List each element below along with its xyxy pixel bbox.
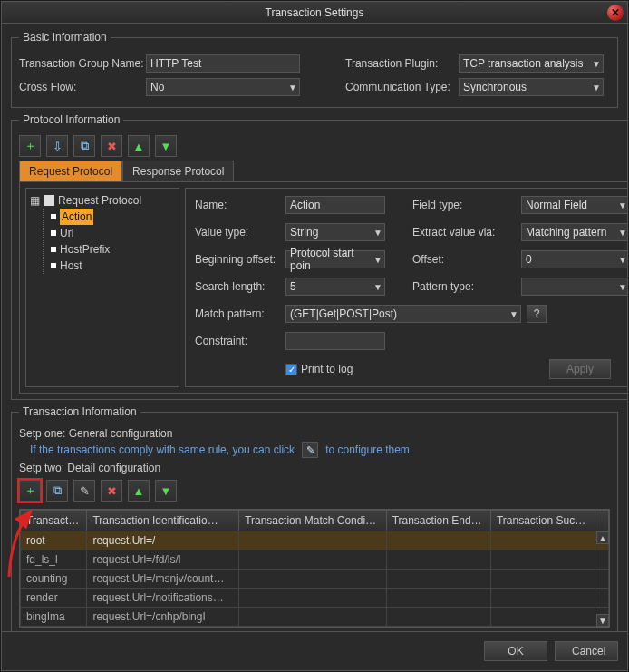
extract-label: Extract value via: <box>412 226 512 239</box>
move-up-icon[interactable]: ▲ <box>128 480 150 502</box>
cancel-button[interactable]: Cancel <box>555 641 618 661</box>
trans-toolbar: ＋ ⧉ ✎ ✖ ▲ ▼ <box>19 480 610 502</box>
scroll-down-icon[interactable]: ▼ <box>596 614 609 627</box>
chevron-down-icon: ▼ <box>373 228 382 238</box>
protocol-toolbar: ＋ ⇩ ⧉ ✖ ▲ ▼ <box>19 135 627 157</box>
begin-offset-label: Beginning offset: <box>195 253 276 266</box>
chevron-down-icon: ▼ <box>618 228 627 238</box>
document-icon <box>44 195 54 206</box>
name-label: Name: <box>195 199 276 211</box>
step1-heading: Setp one: General configuration <box>19 427 610 440</box>
pattern-type-select[interactable]: ▼ <box>521 278 627 296</box>
edit-icon[interactable]: ✎ <box>302 442 318 458</box>
tree-root[interactable]: ▦ Request Protocol <box>30 192 175 209</box>
table-row[interactable]: countingrequest.Url=/msnjv/count… <box>21 570 609 589</box>
field-type-select[interactable]: Normal Field▼ <box>521 196 627 214</box>
copy-icon[interactable]: ⧉ <box>73 135 95 157</box>
col-transact[interactable]: Transact… <box>21 511 87 531</box>
trans-plugin-select[interactable]: TCP transaction analysis▼ <box>459 54 604 73</box>
delete-icon[interactable]: ✖ <box>101 135 122 157</box>
constraint-label: Constraint: <box>195 335 276 347</box>
trans-info-group: Transaction Information Setp one: Genera… <box>11 405 618 631</box>
edit-icon[interactable]: ✎ <box>73 480 95 502</box>
window-title: Transaction Settings <box>266 6 364 19</box>
protocol-tree[interactable]: ▦ Request Protocol Action Url HostPrefix… <box>25 188 179 387</box>
move-up-icon[interactable]: ▲ <box>128 135 150 157</box>
chevron-down-icon: ▼ <box>509 309 518 319</box>
trans-info-legend: Transaction Information <box>19 405 140 418</box>
chevron-down-icon: ▼ <box>288 83 297 93</box>
offset-label: Offset: <box>412 253 512 266</box>
basic-info-legend: Basic Information <box>19 31 111 44</box>
col-suc[interactable]: Transaction Suc… <box>490 511 595 531</box>
bullet-icon <box>51 230 56 236</box>
tab-request-protocol[interactable]: Request Protocol <box>19 161 122 181</box>
col-match[interactable]: Transaction Match Condi… <box>239 511 387 531</box>
bullet-icon <box>51 247 56 252</box>
add-transaction-icon[interactable]: ＋ <box>19 480 41 502</box>
protocol-info-legend: Protocol Information <box>19 113 123 126</box>
chevron-down-icon: ▼ <box>618 255 627 265</box>
comm-type-select[interactable]: Synchronous▼ <box>459 78 604 96</box>
copy-icon[interactable]: ⧉ <box>46 480 68 502</box>
value-type-label: Value type: <box>195 226 276 239</box>
table-row[interactable]: fd_ls_lrequest.Url=/fd/ls/l <box>21 550 609 570</box>
pattern-type-label: Pattern type: <box>412 280 512 293</box>
bullet-icon <box>51 263 56 268</box>
table-row[interactable]: bingImarequest.Url=/cnhp/bingI <box>21 608 609 627</box>
table-row[interactable]: renderrequest.Url=/notifications… <box>21 589 609 608</box>
move-down-icon[interactable]: ▼ <box>155 135 177 157</box>
delete-icon[interactable]: ✖ <box>101 480 122 502</box>
col-end[interactable]: Transaction End… <box>386 511 490 531</box>
tree-item-action[interactable]: Action <box>51 209 175 225</box>
basic-info-group: Basic Information Transaction Group Name… <box>11 31 618 108</box>
chevron-down-icon: ▼ <box>592 83 601 93</box>
titlebar: Transaction Settings ✕ <box>2 2 627 24</box>
ok-button[interactable]: OK <box>484 641 547 661</box>
apply-button[interactable]: Apply <box>549 359 611 379</box>
tree-item-host[interactable]: Host <box>51 258 175 274</box>
dialog-footer: OK Cancel <box>2 631 627 670</box>
tree-item-url[interactable]: Url <box>51 225 175 241</box>
extract-via-select[interactable]: Matching pattern▼ <box>521 223 627 241</box>
table-row[interactable]: rootrequest.Url=/ <box>21 531 609 550</box>
tab-response-protocol[interactable]: Response Protocol <box>122 161 234 181</box>
help-button[interactable]: ? <box>527 305 547 323</box>
name-input[interactable] <box>285 196 385 214</box>
field-type-label: Field type: <box>412 199 512 211</box>
step1-hint-b: to configure them. <box>325 443 412 456</box>
begin-offset-select[interactable]: Protocol start poin▼ <box>285 250 385 268</box>
cross-flow-select[interactable]: No▼ <box>146 78 300 96</box>
chevron-down-icon: ▼ <box>592 59 601 69</box>
chevron-down-icon: ▼ <box>373 282 382 292</box>
import-icon[interactable]: ⇩ <box>46 135 68 157</box>
cross-flow-label: Cross Flow: <box>19 81 146 93</box>
offset-select[interactable]: 0▼ <box>521 250 627 268</box>
bullet-icon <box>51 214 56 219</box>
trans-group-name-input[interactable] <box>146 54 300 73</box>
chevron-down-icon: ▼ <box>618 282 627 292</box>
check-icon: ✓ <box>285 364 297 375</box>
match-pattern-label: Match pattern: <box>195 307 276 320</box>
step1-hint-a: If the transactions comply with same rul… <box>30 443 295 456</box>
chevron-down-icon: ▼ <box>373 255 382 265</box>
move-down-icon[interactable]: ▼ <box>155 480 177 502</box>
constraint-input[interactable] <box>285 332 385 350</box>
search-len-select[interactable]: 5▼ <box>285 278 385 296</box>
match-pattern-combo[interactable]: (GET|Get|POST|Post)▼ <box>285 305 521 323</box>
print-log-checkbox[interactable]: ✓ Print to log <box>285 363 403 375</box>
comm-type-label: Communication Type: <box>345 81 459 93</box>
add-icon[interactable]: ＋ <box>19 135 41 157</box>
transaction-table: Transact… Transaction Identificatio… Tra… <box>19 509 610 628</box>
chevron-down-icon: ▼ <box>618 200 627 210</box>
trans-plugin-label: Transaction Plugin: <box>345 57 459 70</box>
trans-group-name-label: Transaction Group Name: <box>19 57 146 70</box>
col-ident[interactable]: Transaction Identificatio… <box>87 511 239 531</box>
value-type-select[interactable]: String▼ <box>285 223 385 241</box>
scroll-up-icon[interactable]: ▲ <box>596 531 609 544</box>
tree-item-hostprefix[interactable]: HostPrefix <box>51 241 175 258</box>
table-header-row: Transact… Transaction Identificatio… Tra… <box>21 511 609 531</box>
protocol-tabs: Request Protocol Response Protocol <box>19 161 627 181</box>
property-grid: Name: Field type: Normal Field▼ Value ty… <box>185 188 627 387</box>
close-icon[interactable]: ✕ <box>607 5 624 21</box>
